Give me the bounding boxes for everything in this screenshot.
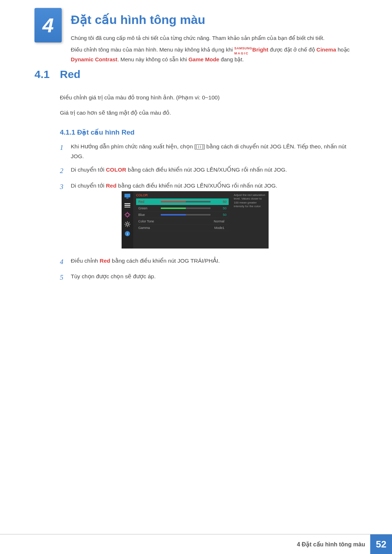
svg-line-11 — [125, 222, 126, 223]
dynamic-contrast-label: Dynamic Contrast — [71, 56, 117, 62]
intro-line-1: Chúng tôi đã cung cấp mô tả chi tiết của… — [71, 33, 363, 43]
step-text: Di chuyển tới COLOR bằng cách điều khiển… — [71, 165, 359, 177]
step-text: Khi Hướng dẫn phím chức năng xuất hiện, … — [71, 141, 359, 161]
section-paragraph-2: Giá trị cao hơn sẽ tăng mật độ của màu đ… — [60, 108, 359, 118]
svg-rect-4 — [124, 207, 130, 208]
steps-list-after: 4Điều chỉnh Red bằng cách điều khiển nút… — [60, 256, 359, 287]
magic-label: MAGIC — [234, 52, 249, 55]
step-item: 3Di chuyển tới Red bằng cách điều khiển … — [60, 181, 359, 193]
step-number: 4 — [60, 256, 71, 268]
osd-row-value: 50 — [214, 213, 226, 217]
osd-slider-track — [161, 201, 211, 202]
svg-rect-1 — [126, 198, 128, 198]
osd-row: Red50 — [136, 198, 229, 205]
step-item: 5Tùy chọn được chọn sẽ được áp. — [60, 271, 359, 283]
step-text: Di chuyển tới Red bằng cách điều khiển n… — [71, 181, 359, 193]
keyword-color: COLOR — [106, 167, 126, 173]
osd-main-panel: COLOR Red50Green50Blue50Color ToneNormal… — [133, 191, 232, 249]
osd-row-label: Red — [138, 200, 161, 204]
chapter-number-badge: 4 — [34, 8, 62, 42]
osd-row-value: Normal — [161, 219, 226, 223]
svg-line-12 — [129, 226, 130, 226]
osd-row-value: Mode1 — [161, 226, 226, 230]
page-footer: 4 Đặt cấu hình tông màu 52 — [0, 534, 392, 554]
gear-icon — [124, 221, 131, 227]
intro-line-2: Điều chỉnh tông màu của màn hình. Menu n… — [71, 45, 363, 64]
osd-row-value: 50 — [214, 200, 226, 204]
step-number: 1 — [60, 141, 71, 161]
step-number: 2 — [60, 165, 71, 177]
osd-slider-fill — [161, 208, 186, 209]
info-icon: i — [124, 230, 131, 237]
osd-slider-fill — [161, 201, 186, 202]
osd-row-label: Blue — [138, 213, 161, 217]
svg-rect-2 — [124, 203, 130, 204]
osd-row-label: Green — [138, 206, 161, 210]
section-title: Red — [60, 68, 81, 81]
svg-text:i: i — [127, 231, 128, 236]
osd-row: Color ToneNormal — [136, 218, 229, 225]
osd-slider-fill — [161, 214, 186, 216]
step-text: Tùy chọn được chọn sẽ được áp. — [71, 271, 359, 283]
svg-line-14 — [129, 222, 130, 223]
osd-row: GammaMode1 — [136, 225, 229, 231]
footer-chapter-label: 4 Đặt cấu hình tông màu — [297, 534, 370, 554]
osd-row: Green50 — [136, 205, 229, 212]
osd-sidebar: i — [122, 191, 133, 249]
steps-list-before: 1Khi Hướng dẫn phím chức năng xuất hiện,… — [60, 141, 359, 196]
cinema-label: Cinema — [317, 46, 336, 53]
game-mode-label: Game Mode — [188, 56, 219, 62]
bright-label: Bright — [252, 46, 268, 53]
step-number: 3 — [60, 181, 71, 193]
osd-title: COLOR — [136, 193, 229, 197]
osd-row-label: Gamma — [138, 226, 161, 230]
menu-icon — [196, 144, 203, 149]
step-item: 2Di chuyển tới COLOR bằng cách điều khiể… — [60, 165, 359, 177]
svg-rect-3 — [124, 205, 130, 206]
keyword-red: Red — [106, 182, 117, 189]
step-text: Điều chỉnh Red bằng cách điều khiển nút … — [71, 256, 359, 268]
subsection-heading: 4.1.1 Đặt cấu hình Red — [60, 128, 135, 136]
monitor-icon — [124, 193, 131, 199]
osd-slider-track — [161, 208, 211, 209]
step-number: 5 — [60, 271, 71, 283]
chapter-title: Đặt cấu hình tông màu — [71, 12, 205, 27]
samsung-label: SAMSUNG — [234, 46, 253, 50]
osd-row-value: 50 — [214, 206, 226, 210]
svg-line-13 — [125, 226, 126, 226]
svg-rect-5 — [126, 213, 129, 216]
footer-page-number: 52 — [370, 534, 392, 554]
osd-row-label: Color Tone — [138, 219, 161, 223]
list-icon — [124, 202, 131, 209]
step-item: 1Khi Hướng dẫn phím chức năng xuất hiện,… — [60, 141, 359, 161]
resize-icon — [124, 212, 131, 218]
osd-row: Blue50 — [136, 212, 229, 218]
osd-slider-track — [161, 214, 211, 216]
svg-rect-0 — [124, 194, 130, 197]
osd-tooltip: Adjust the red saturation level. Values … — [232, 191, 269, 249]
osd-menu-screenshot: i COLOR Red50Green50Blue50Color ToneNorm… — [122, 191, 269, 249]
svg-point-6 — [126, 223, 128, 225]
keyword-red: Red — [99, 258, 110, 264]
section-number: 4.1 — [34, 68, 50, 81]
section-paragraph-1: Điều chỉnh giá trị của màu đỏ trong hình… — [60, 93, 359, 103]
chapter-intro: Chúng tôi đã cung cấp mô tả chi tiết của… — [71, 33, 363, 66]
step-item: 4Điều chỉnh Red bằng cách điều khiển nút… — [60, 256, 359, 268]
